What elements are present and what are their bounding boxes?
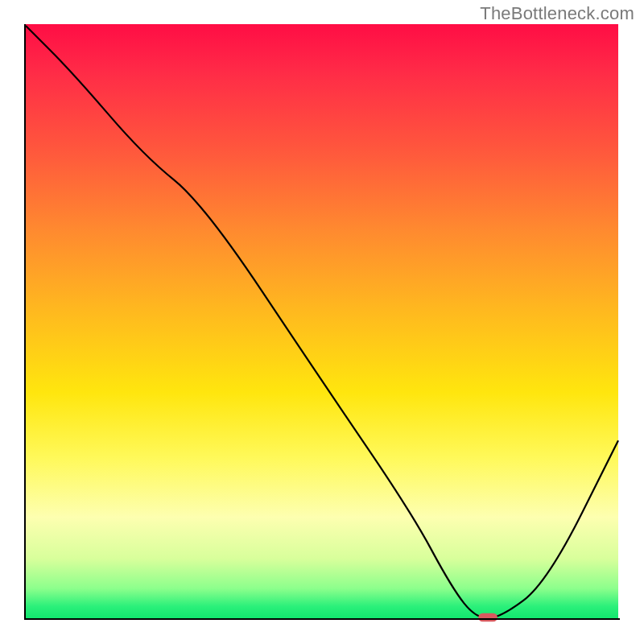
plot-area xyxy=(24,24,620,620)
bottleneck-curve-path xyxy=(26,26,618,618)
optimal-marker xyxy=(478,613,497,621)
bottleneck-chart: TheBottleneck.com xyxy=(0,0,644,644)
curve-svg xyxy=(24,24,620,620)
watermark-label: TheBottleneck.com xyxy=(480,3,634,24)
